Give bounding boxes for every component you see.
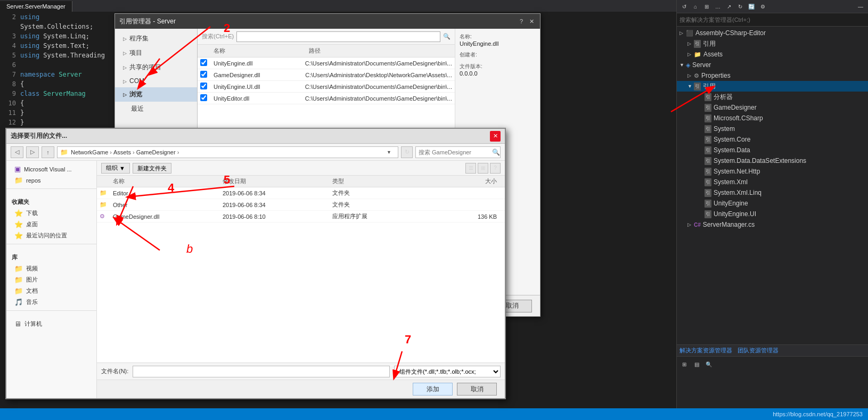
sol-icon-8[interactable]: ⚙ (758, 2, 767, 11)
view-icon-btn[interactable]: ⊞ (478, 163, 488, 174)
address-segment-3[interactable]: GameDesigner (136, 149, 176, 155)
recent-icon: ⭐ (14, 232, 23, 240)
address-segment-1[interactable]: NetworkGame (71, 149, 108, 155)
tree-item-ref-1[interactable]: ▷ 引 引用 (677, 38, 868, 49)
tree-item-properties[interactable]: ▷ ⚙ Properties (677, 70, 868, 81)
nav-item-recent[interactable]: ⭐ 最近访问的位置 (6, 230, 96, 241)
tree-item-system-data[interactable]: 引 System.Data (677, 145, 868, 155)
new-folder-button[interactable]: 新建文件夹 (133, 163, 171, 174)
solution-search-input[interactable] (679, 17, 865, 23)
sol-icon-4[interactable]: … (713, 2, 723, 11)
ref-menu-project[interactable]: ▷项目 (115, 46, 197, 60)
sol-icon-3[interactable]: ⊞ (702, 2, 711, 11)
ref-name-value: UnityEngine.dll (460, 40, 536, 47)
tree-item-unity-engine-ui[interactable]: 引 UnityEngine.UI (677, 209, 868, 219)
sol-icon-9[interactable]: — (856, 2, 865, 11)
address-dropdown-btn[interactable]: ▼ (387, 150, 395, 155)
music-icon: 🎵 (14, 298, 23, 306)
ref-author-label: 创建者: (460, 51, 536, 59)
help-btn[interactable]: ? (490, 163, 501, 174)
table-row[interactable]: GameDesigner.dll C:\Users\Administrator\… (198, 69, 455, 81)
tree-item-ms-csharp[interactable]: 引 Microsoft.CSharp (677, 113, 868, 123)
file-row-editor[interactable]: 📁 Editor 2019-06-06 8:34 文件夹 (97, 187, 505, 199)
ref-menu-com[interactable]: ▷COM (115, 75, 197, 87)
tree-item-server[interactable]: ▼ ◈ Server (677, 60, 868, 70)
sol-icon-6[interactable]: ↻ (735, 2, 745, 11)
view-list-btn[interactable]: ☰ (465, 163, 476, 174)
sol-icon-5[interactable]: ↗ (724, 2, 734, 11)
folder-icon: 📁 (100, 201, 107, 208)
ref-version-value: 0.0.0.0 (460, 70, 536, 77)
nav-item-videos[interactable]: 📁 视频 (6, 263, 96, 274)
tree-item-system[interactable]: 引 System (677, 123, 868, 134)
tab-server-manager[interactable]: Server.ServerManager (0, 1, 72, 12)
file-view-toolbar: 组织 ▼ 新建文件夹 ☰ ⊞ ? (97, 161, 505, 176)
ref-manager-title: 引用管理器 - Server (119, 17, 515, 26)
file-row-other[interactable]: 📁 Other 2019-06-06 8:34 文件夹 (97, 199, 505, 211)
nav-item-documents[interactable]: 📁 文档 (6, 285, 96, 297)
file-cancel-button[interactable]: 取消 (457, 383, 497, 396)
organize-button[interactable]: 组织 ▼ (101, 163, 130, 174)
nav-item-music[interactable]: 🎵 音乐 (6, 297, 96, 308)
props-icon-2[interactable]: ▤ (692, 359, 701, 369)
file-content: ▣ Microsoft Visual ... 📁 repos 收藏夹 ⭐ 下载 … (6, 161, 505, 398)
address-segment-2[interactable]: Assets (113, 149, 131, 155)
ref-menu-assemblies[interactable]: ▷程序集 (115, 31, 197, 46)
nav-item-repos[interactable]: 📁 repos (6, 175, 96, 186)
file-main: 组织 ▼ 新建文件夹 ☰ ⊞ ? 名称 修改日期 类型 大小 (97, 161, 505, 398)
nav-item-computer[interactable]: 🖥 计算机 (6, 318, 96, 330)
tree-item-system-data-ext[interactable]: 引 System.Data.DataSetExtensions (677, 155, 868, 166)
sol-icon-7[interactable]: 🔄 (747, 2, 756, 11)
file-row-gamedesigner[interactable]: ⚙ GameDesigner.dll 2019-06-06 8:10 应用程序扩… (97, 211, 505, 223)
props-icon-3[interactable]: 🔍 (704, 359, 714, 369)
ref-manager-close-btn[interactable]: ✕ (527, 17, 536, 26)
tree-item-system-net[interactable]: 引 System.Net.Http (677, 166, 868, 177)
nav-up-btn[interactable]: ↑ (42, 146, 54, 158)
video-icon: 📁 (14, 265, 23, 273)
tree-item-system-xml[interactable]: 引 System.Xml (677, 177, 868, 187)
tree-item-analyzer[interactable]: 引 分析器 (677, 92, 868, 102)
nav-forward-btn[interactable]: ▷ (26, 146, 39, 158)
ref-manager-help-btn[interactable]: ? (517, 17, 526, 26)
nav-item-desktop[interactable]: ⭐ 桌面 (6, 219, 96, 230)
props-icon-1[interactable]: ⊞ (679, 359, 689, 369)
nav-back-btn[interactable]: ◁ (11, 146, 23, 158)
table-row[interactable]: UnityEditor.dll C:\Users\Administrator\D… (198, 93, 455, 104)
file-dialog-close-btn[interactable]: ✕ (490, 131, 501, 142)
ref-menu-browse[interactable]: ▷浏览 (115, 87, 197, 102)
solution-tree: ▷ ⬛ Assembly-CSharp-Editor ▷ 引 引用 ▷ 📁 As… (677, 27, 868, 344)
nav-item-downloads[interactable]: ⭐ 下载 (6, 208, 96, 219)
status-bar: https://blog.csdn.net/qq_21977253 (0, 408, 868, 420)
address-refresh-btn[interactable]: ↻ (401, 146, 413, 158)
solution-explorer-link[interactable]: 解决方案资源管理器 (679, 347, 732, 355)
tree-item-unity-engine[interactable]: 引 UnityEngine (677, 198, 868, 209)
sol-icon-1[interactable]: ↺ (679, 2, 689, 11)
ref-menu-shared[interactable]: ▷共享的项目 (115, 60, 197, 75)
tree-item-server-manager-cs[interactable]: ▷ C# ServerManager.cs (677, 219, 868, 230)
ref-menu-recent[interactable]: 最近 (115, 102, 197, 116)
code-line-3: 3 using System.Linq; (0, 31, 112, 41)
filename-input[interactable] (133, 366, 390, 377)
ref-icon: 引 (705, 168, 711, 176)
file-search-input[interactable] (419, 149, 492, 155)
filetype-select[interactable]: 组件文件(*.dll;*.tlb;*.olb;*.ocx; (394, 366, 501, 377)
file-table: 名称 修改日期 类型 大小 📁 Editor 2019-06-06 8:34 文… (97, 176, 505, 363)
desktop-icon: ⭐ (14, 220, 23, 228)
tree-item-asm-editor[interactable]: ▷ ⬛ Assembly-CSharp-Editor (677, 28, 868, 38)
tree-item-system-xml-linq[interactable]: 引 System.Xml.Linq (677, 187, 868, 198)
tree-item-system-core[interactable]: 引 System.Core (677, 134, 868, 145)
table-row[interactable]: UnityEngine.dll C:\Users\Administrator\D… (198, 57, 455, 69)
nav-item-pictures[interactable]: 📁 图片 (6, 274, 96, 285)
cs-file-icon: C# (694, 222, 701, 228)
sol-icon-2[interactable]: ⌂ (691, 2, 700, 11)
ref-search-input[interactable] (236, 31, 440, 42)
nav-item-vs[interactable]: ▣ Microsoft Visual ... (6, 163, 96, 175)
tree-item-ref-server[interactable]: ▼ 引 引用 (677, 81, 868, 92)
solution-toolbar: ↺ ⌂ ⊞ … ↗ ↻ 🔄 ⚙ — (677, 0, 868, 13)
team-explorer-link[interactable]: 团队资源管理器 (738, 347, 779, 355)
add-button[interactable]: 添加 (413, 383, 453, 396)
solution-icon: ◈ (686, 62, 690, 69)
tree-item-assets[interactable]: ▷ 📁 Assets (677, 49, 868, 60)
table-row[interactable]: UnityEngine.UI.dll C:\Users\Administrato… (198, 81, 455, 93)
tree-item-gamedesigner[interactable]: 引 GameDesigner (677, 102, 868, 113)
